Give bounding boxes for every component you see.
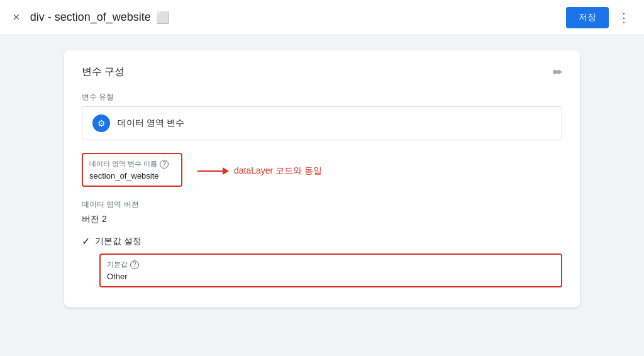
default-value-text: Other xyxy=(107,272,555,281)
annotation-arrow xyxy=(197,167,229,175)
topbar-title: div - section_of_website ⬜ xyxy=(30,11,558,25)
version-label: 데이터 영역 버전 xyxy=(82,199,562,210)
folder-icon[interactable]: ⬜ xyxy=(156,11,170,25)
card-header: 변수 구성 ✏ xyxy=(82,65,562,79)
datalayer-name-label-row: 데이터 영역 변수 이름 ? xyxy=(89,159,175,169)
card-title: 변수 구성 xyxy=(82,65,125,79)
close-button[interactable]: × xyxy=(10,8,23,27)
check-icon: ✓ xyxy=(82,235,90,247)
version-section: 데이터 영역 버전 버전 2 xyxy=(82,199,562,225)
main-area: 변수 구성 ✏ 변수 유형 ⚙ 데이터 영역 변수 데이터 영역 변수 이름 ?… xyxy=(0,35,644,356)
arrow-head xyxy=(223,167,229,175)
topbar: × div - section_of_website ⬜ 저장 ⋮ xyxy=(0,0,644,35)
datalayer-name-value: section_of_website xyxy=(89,171,175,181)
default-checkbox-label: 기본값 설정 xyxy=(95,236,142,247)
topbar-title-text: div - section_of_website xyxy=(30,11,151,24)
variable-type-row[interactable]: ⚙ 데이터 영역 변수 xyxy=(82,106,562,140)
variable-type-name: 데이터 영역 변수 xyxy=(118,118,184,129)
default-value-label-row: 기본값 ? xyxy=(107,260,555,269)
version-value: 버전 2 xyxy=(82,214,562,225)
datalayer-name-label: 데이터 영역 변수 이름 xyxy=(89,159,157,169)
more-menu-button[interactable]: ⋮ xyxy=(614,8,634,28)
default-checkbox-row: ✓ 기본값 설정 xyxy=(82,235,562,247)
datalayer-name-section: 데이터 영역 변수 이름 ? section_of_website dataLa… xyxy=(82,153,562,187)
save-button[interactable]: 저장 xyxy=(566,7,609,28)
annotation-area: dataLayer 코드와 동일 xyxy=(197,153,322,177)
variable-config-card: 변수 구성 ✏ 변수 유형 ⚙ 데이터 영역 변수 데이터 영역 변수 이름 ?… xyxy=(64,50,580,308)
default-value-box: 기본값 ? Other xyxy=(99,253,562,287)
default-section: ✓ 기본값 설정 기본값 ? Other xyxy=(82,235,562,287)
default-value-help-icon[interactable]: ? xyxy=(130,260,139,269)
datalayer-name-box: 데이터 영역 변수 이름 ? section_of_website xyxy=(82,153,182,187)
arrow-line xyxy=(197,170,223,172)
variable-type-icon: ⚙ xyxy=(92,114,110,132)
topbar-actions: 저장 ⋮ xyxy=(566,7,634,28)
default-value-label: 기본값 xyxy=(107,260,128,269)
variable-type-label: 변수 유형 xyxy=(82,92,562,103)
annotation-text: dataLayer 코드와 동일 xyxy=(234,165,322,177)
datalayer-name-help-icon[interactable]: ? xyxy=(160,160,169,169)
edit-icon[interactable]: ✏ xyxy=(553,65,562,79)
